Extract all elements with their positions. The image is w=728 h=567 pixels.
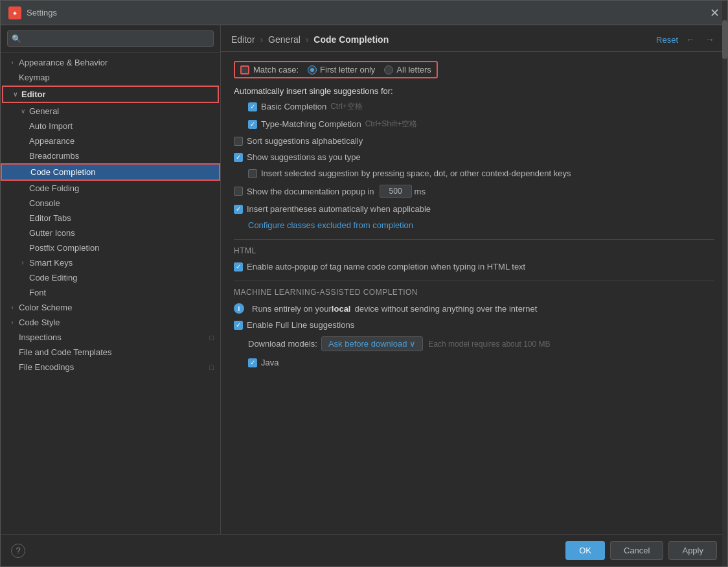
sep1: ›: [260, 34, 266, 45]
sidebar-item-editor-tabs[interactable]: Editor Tabs: [1, 211, 220, 226]
radio-first-letter[interactable]: [308, 65, 317, 75]
sidebar-item-code-folding[interactable]: Code Folding: [1, 181, 220, 196]
configure-link[interactable]: Configure classes excluded from completi…: [248, 220, 714, 230]
html-tag-checkbox[interactable]: [234, 262, 243, 272]
sidebar-item-gutter-icons[interactable]: Gutter Icons: [1, 226, 220, 240]
sidebar-item-smart-keys[interactable]: › Smart Keys: [1, 255, 220, 270]
download-models-row: Download models: Ask before download ∨ E…: [248, 336, 714, 351]
auto-insert-items: Basic Completion Ctrl+空格 Type-Matching C…: [248, 101, 714, 130]
sidebar-item-code-completion[interactable]: Code Completion: [1, 163, 220, 181]
radio-first-letter-label: First letter only: [320, 65, 375, 75]
search-icon: 🔍: [12, 34, 21, 43]
ml-info-text2: device without sending anything over the…: [354, 304, 537, 314]
sidebar-item-file-encodings[interactable]: File Encodings □: [1, 360, 220, 375]
ml-info-local: local: [332, 304, 351, 314]
doc-popup-unit: ms: [415, 187, 426, 196]
content-area: Editor › General › Code Completion Reset…: [221, 25, 727, 534]
java-checkbox[interactable]: [248, 358, 257, 367]
radio-all-letters[interactable]: [384, 65, 393, 75]
search-box: 🔍: [1, 25, 220, 52]
nav-tree: › Appearance & Behavior Keymap ∨ Editor …: [1, 52, 220, 534]
doc-popup-label: Show the documentation popup in: [247, 187, 374, 196]
sidebar-item-code-editing[interactable]: Code Editing: [1, 270, 220, 285]
full-line-label: Enable Full Line suggestions: [247, 320, 354, 330]
close-button[interactable]: ✕: [710, 7, 720, 19]
sidebar-item-appearance[interactable]: Appearance: [1, 133, 220, 148]
svg-text:✦: ✦: [12, 10, 17, 17]
basic-completion-label: Basic Completion: [261, 102, 326, 111]
insert-parens-label: Insert parentheses automatically when ap…: [247, 204, 431, 214]
sidebar-item-inspections[interactable]: Inspections □: [1, 330, 220, 345]
dropdown-arrow-icon: ∨: [409, 339, 416, 349]
sidebar-item-console[interactable]: Console: [1, 196, 220, 211]
type-matching-label: Type-Matching Completion: [261, 119, 361, 129]
sidebar-item-general[interactable]: ∨ General: [1, 104, 220, 119]
match-case-checkbox[interactable]: [240, 65, 249, 75]
doc-popup-input[interactable]: [380, 185, 412, 198]
download-dropdown-label: Ask before download: [328, 339, 407, 349]
settings-dialog: ✦ Settings ✕ 🔍 › Appearance & Behavior: [0, 0, 728, 567]
basic-completion-shortcut: Ctrl+空格: [330, 101, 363, 112]
sidebar-item-color-scheme[interactable]: › Color Scheme: [1, 300, 220, 315]
sort-alpha-checkbox[interactable]: [234, 137, 243, 146]
apply-button[interactable]: Apply: [668, 541, 717, 560]
doc-popup-checkbox[interactable]: [234, 187, 243, 196]
ml-section-label: Machine Learning-Assisted Completion: [234, 288, 714, 297]
type-matching-checkbox[interactable]: [248, 120, 257, 129]
sidebar-item-font[interactable]: Font: [1, 285, 220, 300]
dialog-footer: ? OK Cancel Apply: [1, 534, 727, 566]
sidebar-item-editor[interactable]: ∨ Editor: [2, 86, 219, 103]
full-line-checkbox[interactable]: [234, 321, 243, 330]
ok-button[interactable]: OK: [565, 541, 605, 560]
search-wrap: 🔍: [7, 30, 214, 47]
cancel-button[interactable]: Cancel: [610, 541, 663, 560]
sort-alpha-label: Sort suggestions alphabetically: [247, 136, 363, 146]
breadcrumb-code-completion: Code Completion: [313, 34, 389, 45]
java-row: Java: [248, 358, 714, 367]
ml-info-text1: Runs entirely on your: [252, 304, 332, 314]
reset-link[interactable]: Reset: [656, 35, 678, 45]
dialog-body: 🔍 › Appearance & Behavior Keymap ∨: [1, 25, 727, 534]
arrow-icon: ›: [8, 59, 16, 66]
sidebar-item-appearance-behavior[interactable]: › Appearance & Behavior: [1, 55, 220, 70]
insert-selected-checkbox[interactable]: [248, 169, 257, 178]
type-matching-row: Type-Matching Completion Ctrl+Shift+空格: [248, 119, 714, 130]
sidebar-item-file-code-templates[interactable]: File and Code Templates: [1, 345, 220, 360]
download-label: Download models:: [248, 339, 317, 349]
arrow-down-icon: ∨: [19, 108, 27, 115]
back-button[interactable]: ←: [683, 33, 698, 46]
sidebar-item-breadcrumbs[interactable]: Breadcrumbs: [1, 148, 220, 163]
sidebar-item-keymap[interactable]: Keymap: [1, 70, 220, 85]
basic-completion-checkbox[interactable]: [248, 102, 257, 111]
insert-selected-label: Insert selected suggestion by pressing s…: [261, 168, 571, 178]
breadcrumb-editor: Editor: [231, 34, 255, 45]
search-input[interactable]: [7, 30, 214, 47]
breadcrumb: Editor › General › Code Completion: [231, 34, 656, 45]
arrow-down-icon: ∨: [11, 91, 19, 98]
scrollbar-thumb[interactable]: [722, 25, 727, 59]
show-as-type-checkbox[interactable]: [234, 153, 243, 162]
insert-parens-checkbox[interactable]: [234, 205, 243, 214]
ml-info-row: i Runs entirely on your local device wit…: [234, 303, 714, 314]
content-main: Match case: First letter only All letter…: [221, 52, 727, 534]
sidebar-item-code-style[interactable]: › Code Style: [1, 315, 220, 330]
header-actions: Reset ← →: [656, 33, 717, 46]
sort-alpha-row: Sort suggestions alphabetically: [234, 136, 714, 146]
insert-selected-row: Insert selected suggestion by pressing s…: [248, 168, 714, 178]
full-line-row: Enable Full Line suggestions: [234, 320, 714, 330]
download-dropdown[interactable]: Ask before download ∨: [321, 336, 423, 351]
info-icon: i: [234, 303, 244, 314]
type-matching-shortcut: Ctrl+Shift+空格: [365, 119, 418, 130]
forward-button[interactable]: →: [703, 33, 717, 46]
sidebar: 🔍 › Appearance & Behavior Keymap ∨: [1, 25, 221, 534]
title-bar: ✦ Settings ✕: [1, 1, 727, 25]
insert-parens-row: Insert parentheses automatically when ap…: [234, 204, 714, 214]
auto-insert-section-label: Automatically insert single suggestions …: [234, 86, 714, 96]
sidebar-item-auto-import[interactable]: Auto Import: [1, 119, 220, 133]
java-label: Java: [261, 358, 279, 367]
arrow-right-icon: ›: [8, 304, 16, 311]
sidebar-item-postfix-completion[interactable]: Postfix Completion: [1, 240, 220, 255]
help-button[interactable]: ?: [11, 544, 25, 558]
arrow-right-icon: ›: [8, 319, 16, 326]
show-as-type-row: Show suggestions as you type: [234, 152, 714, 162]
